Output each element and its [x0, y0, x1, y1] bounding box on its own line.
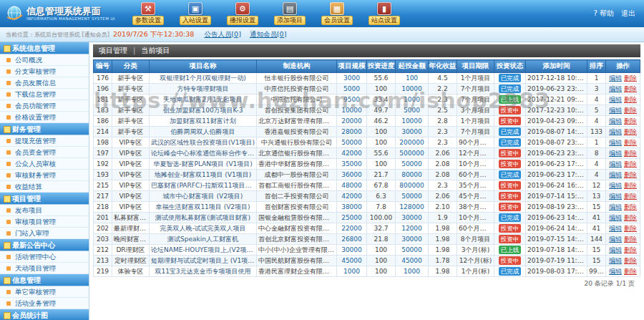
- delete-link[interactable]: 删除: [624, 96, 637, 103]
- help-link[interactable]: ? 帮助: [594, 9, 615, 19]
- cell-title[interactable]: 完美双人晚-试试完美双人项目: [150, 223, 257, 234]
- cell-title[interactable]: 测试Speakin人工财富机: [150, 234, 257, 245]
- toolbar-button-添加项目[interactable]: ▤添加项目: [272, 2, 308, 25]
- sidebar-section-项目管理[interactable]: 项目管理: [0, 193, 89, 205]
- cell-title[interactable]: 城市中心财富项目 (V2项目): [150, 191, 257, 202]
- edit-link[interactable]: 编辑: [609, 74, 622, 82]
- cell-scale: 26800: [337, 234, 367, 245]
- cell-title[interactable]: 论坛峰会中心标准通信商标合作专区(V2项目): [150, 148, 257, 159]
- edit-link[interactable]: 编辑: [609, 160, 622, 168]
- edit-link[interactable]: 编辑: [609, 257, 622, 264]
- cell-org: 中原信托投资有限公司: [257, 84, 337, 94]
- delete-link[interactable]: 删除: [624, 85, 637, 92]
- edit-link[interactable]: 编辑: [609, 236, 622, 243]
- edit-link[interactable]: 编辑: [609, 182, 622, 189]
- cell-title[interactable]: 双11宝3元达克金币专项项目使用: [150, 266, 257, 277]
- edit-link[interactable]: 编辑: [609, 225, 622, 232]
- toolbar-button-参数设置[interactable]: ⚒参数设置: [130, 2, 166, 25]
- sidebar-item-门站入审理[interactable]: 门站入审理: [0, 228, 89, 239]
- cell-title[interactable]: 创业加盟财富100万项目K-3: [150, 105, 257, 116]
- edit-link[interactable]: 编辑: [609, 107, 622, 114]
- breadcrumb-section[interactable]: 项目管理: [99, 44, 127, 57]
- sidebar-item-审核财务管理[interactable]: 审核财务管理: [0, 170, 89, 181]
- sidebar-item-会员发展信息[interactable]: 会员发展信息: [0, 77, 89, 89]
- sidebar-item-收益结算[interactable]: 收益结算: [0, 181, 89, 193]
- sidebar-item-天动项目管理[interactable]: 天动项目管理: [0, 263, 89, 274]
- delete-link[interactable]: 删除: [624, 225, 637, 232]
- logout-link[interactable]: 退出: [621, 9, 635, 19]
- sidebar-section-信息管理[interactable]: 信息管理: [0, 274, 89, 286]
- sidebar-item-价格设置管理[interactable]: 价格设置管理: [0, 112, 89, 123]
- cell-title[interactable]: 天地南瓜财富2月1元起项目: [150, 94, 257, 105]
- sidebar-section-最新公告中心[interactable]: 最新公告中心: [0, 239, 89, 251]
- toolbar-button-入站设置[interactable]: ▣入站设置: [177, 2, 213, 25]
- edit-link[interactable]: 编辑: [609, 171, 622, 178]
- cell-title[interactable]: 双银理财1个月(双银理财一动): [150, 73, 257, 84]
- toolbar-button-会员设置[interactable]: ▦会员设置: [319, 2, 355, 25]
- toolbar-button-站点设置[interactable]: ▮站点设置: [366, 2, 402, 25]
- sidebar-item-活动管理中心[interactable]: 活动管理中心: [0, 251, 89, 263]
- cell-title[interactable]: 测试使用私募财富(测试项目财富): [150, 213, 257, 223]
- edit-link[interactable]: 编辑: [609, 85, 622, 92]
- delete-link[interactable]: 删除: [624, 160, 637, 168]
- sidebar-item-发布项目[interactable]: 发布项目: [0, 205, 89, 216]
- delete-link[interactable]: 删除: [624, 150, 637, 157]
- delete-link[interactable]: 删除: [624, 117, 637, 125]
- delete-link[interactable]: 删除: [624, 139, 637, 146]
- sidebar-section-会员统计图[interactable]: 会员统计图: [0, 309, 89, 320]
- sidebar-section-财务管理[interactable]: 财务管理: [0, 123, 89, 135]
- delete-link[interactable]: 删除: [624, 171, 637, 178]
- sidebar-item-活动业务管理[interactable]: 活动业务管理: [0, 298, 89, 309]
- edit-link[interactable]: 编辑: [609, 268, 622, 275]
- edit-link[interactable]: 编辑: [609, 117, 622, 125]
- delete-link[interactable]: 删除: [624, 128, 637, 135]
- delete-link[interactable]: 删除: [624, 74, 637, 82]
- sidebar-item-公众人员审核[interactable]: 公众人员审核: [0, 158, 89, 170]
- edit-link[interactable]: 编辑: [609, 128, 622, 135]
- edit-link[interactable]: 编辑: [609, 214, 622, 221]
- delete-link[interactable]: 删除: [624, 236, 637, 243]
- delete-link[interactable]: 删除: [624, 268, 637, 275]
- sidebar-item-分支审核管理[interactable]: 分支审核管理: [0, 66, 89, 77]
- cell-title[interactable]: 加盟财富双11财富计划: [150, 116, 257, 127]
- delete-link[interactable]: 删除: [624, 203, 637, 210]
- sidebar-item-会员功能管理[interactable]: 会员功能管理: [0, 100, 89, 112]
- cell-title[interactable]: 论坛NAME-HOUYE项目上,(V2项目): [150, 245, 257, 256]
- sidebar-item-会员资金管理[interactable]: 会员资金管理: [0, 147, 89, 158]
- sidebar-item-下载信息管理[interactable]: 下载信息管理: [0, 89, 89, 100]
- delete-link[interactable]: 删除: [624, 257, 637, 264]
- cell-title[interactable]: 武汉的区域性联合投资项目(V1项目): [150, 137, 257, 148]
- sidebar-item-审核项目管理[interactable]: 审核项目管理: [0, 216, 89, 228]
- cell-title[interactable]: 华夏智选-财富PLAN项目 (V1项目): [150, 159, 257, 170]
- toolbar-button-播报设置[interactable]: ⚙播报设置: [225, 2, 260, 25]
- sidebar-section-系统信息管理[interactable]: 系统信息管理: [0, 42, 89, 54]
- cell-min-invest: 800000: [396, 180, 429, 191]
- delete-link[interactable]: 删除: [624, 182, 637, 189]
- sidebar-item-公司概况[interactable]: 公司概况: [0, 54, 89, 66]
- delete-link[interactable]: 删除: [624, 246, 637, 253]
- cell-title[interactable]: 地摊创业-财富双11项目 (V1项目): [150, 170, 257, 180]
- subbar-link-0[interactable]: 公告人员[0]: [204, 30, 240, 38]
- edit-link[interactable]: 编辑: [609, 193, 622, 200]
- cell-title[interactable]: 短期理财与试试定时项目上 (V1项目): [150, 256, 257, 266]
- cell-title[interactable]: 幸福生活财富双11项目 (V2项目): [150, 202, 257, 213]
- cell-progress: 67.8: [367, 180, 396, 191]
- edit-link[interactable]: 编辑: [609, 246, 622, 253]
- cell-title[interactable]: 方特专项理财项目: [150, 84, 257, 94]
- cell-org: 成都中一股份有限公司: [257, 170, 337, 180]
- cell-progress: 100: [367, 256, 396, 266]
- delete-link[interactable]: 删除: [624, 107, 637, 114]
- delete-link[interactable]: 删除: [624, 214, 637, 221]
- cell-title[interactable]: 伯爵两周双人伯爵项目: [150, 127, 257, 137]
- delete-link[interactable]: 删除: [624, 193, 637, 200]
- edit-link[interactable]: 编辑: [609, 139, 622, 146]
- sidebar-item-提现充值管理[interactable]: 提现充值管理: [0, 135, 89, 147]
- edit-link[interactable]: 编辑: [609, 150, 622, 157]
- cell-term: 7个月项目: [457, 94, 494, 105]
- edit-link[interactable]: 编辑: [609, 96, 622, 103]
- edit-link[interactable]: 编辑: [609, 203, 622, 210]
- subbar-link-1[interactable]: 通知会员[0]: [250, 30, 286, 38]
- cell-sort: 15: [587, 245, 606, 256]
- sidebar-item-单它审核管理[interactable]: 单它审核管理: [0, 286, 89, 298]
- cell-title[interactable]: 巴塞财富(PARFC)-拉斯双11项目、5项目(测试VIP项目): [150, 180, 257, 191]
